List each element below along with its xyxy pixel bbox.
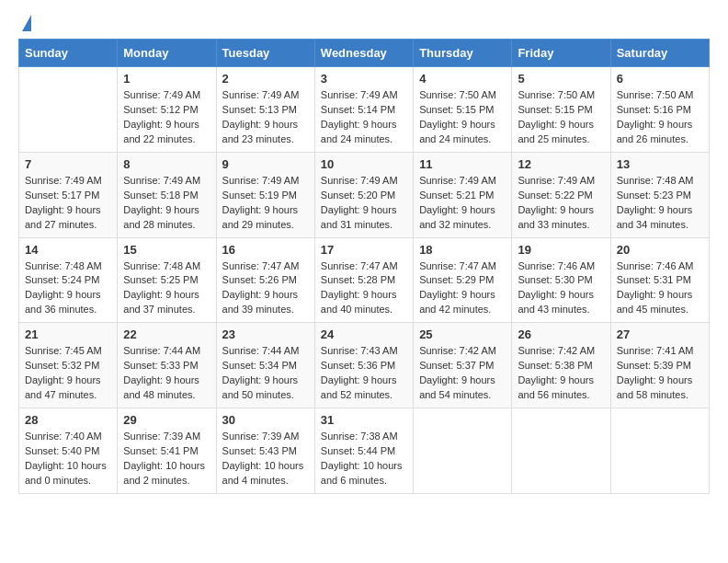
day-detail: Sunrise: 7:49 AMSunset: 5:14 PMDaylight:… [321,88,407,147]
day-detail: Sunrise: 7:47 AMSunset: 5:29 PMDaylight:… [419,259,506,318]
day-number: 30 [222,413,309,427]
day-number: 31 [321,413,407,427]
day-number: 2 [222,72,309,86]
weekday-header-friday: Friday [512,40,610,67]
calendar-week-5: 28Sunrise: 7:40 AMSunset: 5:40 PMDayligh… [19,408,710,494]
day-number: 10 [321,157,407,171]
calendar-cell [610,408,709,494]
day-detail: Sunrise: 7:48 AMSunset: 5:23 PMDaylight:… [617,174,703,233]
weekday-header-thursday: Thursday [414,40,512,67]
calendar-cell: 8Sunrise: 7:49 AMSunset: 5:18 PMDaylight… [118,152,216,237]
day-detail: Sunrise: 7:41 AMSunset: 5:39 PMDaylight:… [617,344,703,403]
weekday-header-row: SundayMondayTuesdayWednesdayThursdayFrid… [19,40,710,67]
day-number: 16 [222,243,309,257]
day-detail: Sunrise: 7:44 AMSunset: 5:33 PMDaylight:… [123,344,210,403]
day-number: 24 [321,327,407,341]
weekday-header-monday: Monday [118,40,216,67]
calendar-cell: 13Sunrise: 7:48 AMSunset: 5:23 PMDayligh… [610,152,709,237]
day-number: 14 [25,243,111,257]
day-detail: Sunrise: 7:49 AMSunset: 5:12 PMDaylight:… [123,88,210,147]
day-detail: Sunrise: 7:49 AMSunset: 5:20 PMDaylight:… [321,174,407,233]
calendar-cell: 6Sunrise: 7:50 AMSunset: 5:16 PMDaylight… [610,67,709,153]
calendar-week-3: 14Sunrise: 7:48 AMSunset: 5:24 PMDayligh… [19,237,710,323]
day-detail: Sunrise: 7:39 AMSunset: 5:43 PMDaylight:… [222,430,309,488]
day-detail: Sunrise: 7:44 AMSunset: 5:34 PMDaylight:… [222,344,309,403]
day-detail: Sunrise: 7:49 AMSunset: 5:22 PMDaylight:… [518,174,604,233]
day-detail: Sunrise: 7:42 AMSunset: 5:38 PMDaylight:… [518,344,604,403]
day-detail: Sunrise: 7:39 AMSunset: 5:41 PMDaylight:… [123,430,210,488]
calendar-cell: 15Sunrise: 7:48 AMSunset: 5:25 PMDayligh… [118,237,216,323]
calendar-cell: 19Sunrise: 7:46 AMSunset: 5:30 PMDayligh… [512,237,610,323]
day-detail: Sunrise: 7:50 AMSunset: 5:16 PMDaylight:… [617,88,703,147]
calendar-week-1: 1Sunrise: 7:49 AMSunset: 5:12 PMDaylight… [19,67,710,153]
calendar-cell: 27Sunrise: 7:41 AMSunset: 5:39 PMDayligh… [610,323,709,408]
day-number: 13 [617,157,703,171]
day-number: 7 [25,157,111,171]
calendar-cell: 1Sunrise: 7:49 AMSunset: 5:12 PMDaylight… [118,67,216,153]
day-detail: Sunrise: 7:46 AMSunset: 5:31 PMDaylight:… [617,259,703,318]
day-number: 6 [617,72,703,86]
day-number: 21 [25,327,111,341]
logo-area [18,15,31,29]
day-number: 12 [518,157,604,171]
day-detail: Sunrise: 7:40 AMSunset: 5:40 PMDaylight:… [25,430,111,488]
calendar-cell: 14Sunrise: 7:48 AMSunset: 5:24 PMDayligh… [19,237,118,323]
day-detail: Sunrise: 7:50 AMSunset: 5:15 PMDaylight:… [518,88,604,147]
calendar-cell: 12Sunrise: 7:49 AMSunset: 5:22 PMDayligh… [512,152,610,237]
day-detail: Sunrise: 7:49 AMSunset: 5:19 PMDaylight:… [222,174,309,233]
weekday-header-saturday: Saturday [610,40,709,67]
logo-triangle-icon [22,15,31,31]
day-number: 22 [123,327,210,341]
day-number: 15 [123,243,210,257]
day-detail: Sunrise: 7:49 AMSunset: 5:18 PMDaylight:… [123,174,210,233]
day-number: 1 [123,72,210,86]
day-detail: Sunrise: 7:50 AMSunset: 5:15 PMDaylight:… [419,88,506,147]
calendar-cell [512,408,610,494]
day-detail: Sunrise: 7:48 AMSunset: 5:24 PMDaylight:… [25,259,111,318]
logo [18,15,31,31]
day-number: 26 [518,327,604,341]
day-detail: Sunrise: 7:46 AMSunset: 5:30 PMDaylight:… [518,259,604,318]
day-number: 3 [321,72,407,86]
day-detail: Sunrise: 7:43 AMSunset: 5:36 PMDaylight:… [321,344,407,403]
calendar-cell: 7Sunrise: 7:49 AMSunset: 5:17 PMDaylight… [19,152,118,237]
day-number: 4 [419,72,506,86]
calendar-cell: 24Sunrise: 7:43 AMSunset: 5:36 PMDayligh… [314,323,413,408]
day-detail: Sunrise: 7:48 AMSunset: 5:25 PMDaylight:… [123,259,210,318]
calendar-cell: 31Sunrise: 7:38 AMSunset: 5:44 PMDayligh… [314,408,413,494]
calendar-cell: 25Sunrise: 7:42 AMSunset: 5:37 PMDayligh… [414,323,512,408]
calendar-cell: 3Sunrise: 7:49 AMSunset: 5:14 PMDaylight… [314,67,413,153]
weekday-header-sunday: Sunday [19,40,118,67]
calendar-cell: 18Sunrise: 7:47 AMSunset: 5:29 PMDayligh… [414,237,512,323]
day-number: 17 [321,243,407,257]
calendar-cell: 23Sunrise: 7:44 AMSunset: 5:34 PMDayligh… [216,323,314,408]
day-number: 23 [222,327,309,341]
day-number: 20 [617,243,703,257]
day-detail: Sunrise: 7:38 AMSunset: 5:44 PMDaylight:… [321,430,407,488]
day-number: 11 [419,157,506,171]
calendar-cell: 5Sunrise: 7:50 AMSunset: 5:15 PMDaylight… [512,67,610,153]
day-detail: Sunrise: 7:49 AMSunset: 5:13 PMDaylight:… [222,88,309,147]
calendar-cell: 30Sunrise: 7:39 AMSunset: 5:43 PMDayligh… [216,408,314,494]
day-detail: Sunrise: 7:47 AMSunset: 5:26 PMDaylight:… [222,259,309,318]
day-number: 27 [617,327,703,341]
calendar-week-2: 7Sunrise: 7:49 AMSunset: 5:17 PMDaylight… [19,152,710,237]
calendar-cell: 10Sunrise: 7:49 AMSunset: 5:20 PMDayligh… [314,152,413,237]
day-number: 28 [25,413,111,427]
day-number: 8 [123,157,210,171]
calendar-cell: 21Sunrise: 7:45 AMSunset: 5:32 PMDayligh… [19,323,118,408]
calendar-cell: 4Sunrise: 7:50 AMSunset: 5:15 PMDaylight… [414,67,512,153]
calendar-cell: 26Sunrise: 7:42 AMSunset: 5:38 PMDayligh… [512,323,610,408]
calendar-cell: 9Sunrise: 7:49 AMSunset: 5:19 PMDaylight… [216,152,314,237]
calendar-table: SundayMondayTuesdayWednesdayThursdayFrid… [18,39,710,494]
calendar-cell: 17Sunrise: 7:47 AMSunset: 5:28 PMDayligh… [314,237,413,323]
weekday-header-wednesday: Wednesday [314,40,413,67]
calendar-cell: 29Sunrise: 7:39 AMSunset: 5:41 PMDayligh… [118,408,216,494]
calendar-week-4: 21Sunrise: 7:45 AMSunset: 5:32 PMDayligh… [19,323,710,408]
day-detail: Sunrise: 7:42 AMSunset: 5:37 PMDaylight:… [419,344,506,403]
calendar-cell: 20Sunrise: 7:46 AMSunset: 5:31 PMDayligh… [610,237,709,323]
calendar-cell [414,408,512,494]
calendar-cell: 28Sunrise: 7:40 AMSunset: 5:40 PMDayligh… [19,408,118,494]
calendar-cell: 2Sunrise: 7:49 AMSunset: 5:13 PMDaylight… [216,67,314,153]
calendar-cell: 11Sunrise: 7:49 AMSunset: 5:21 PMDayligh… [414,152,512,237]
